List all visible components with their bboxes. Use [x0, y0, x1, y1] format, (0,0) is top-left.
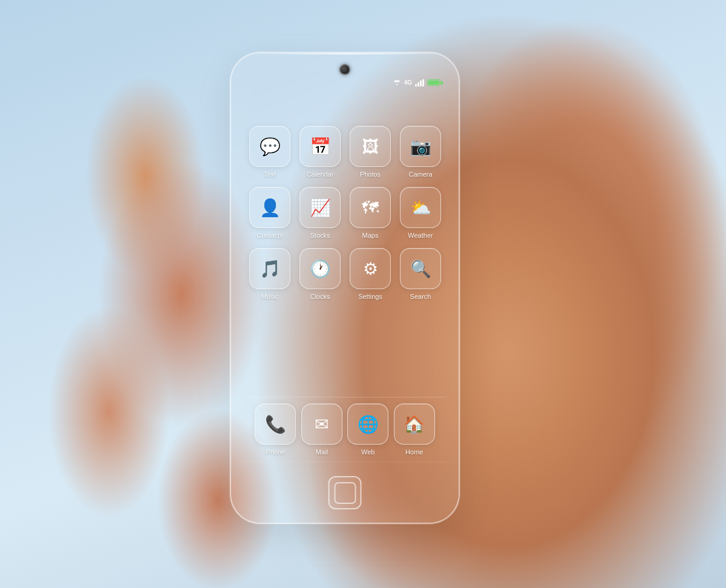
- app-label-camera: Camera: [408, 171, 432, 178]
- dock-icon-box-home: 🏠: [394, 403, 435, 445]
- app-icon-box-music: 🎵: [249, 248, 290, 289]
- signal-bars-icon: [415, 79, 424, 87]
- app-icon-box-photos: 🖼: [350, 126, 391, 167]
- app-icon-search[interactable]: 🔍 Search: [400, 248, 441, 300]
- dock-icon-web[interactable]: 🌐 Web: [347, 403, 388, 456]
- dock-label-mail: Mail: [316, 448, 328, 456]
- app-icon-maps[interactable]: 🗺 Maps: [350, 187, 391, 239]
- app-icon-box-calendar: 📅: [299, 126, 341, 167]
- dock-icon-mail[interactable]: ✉ Mail: [301, 403, 342, 456]
- app-label-contacts: Contacts: [257, 232, 283, 239]
- dock-label-phone: Phone: [266, 448, 285, 456]
- app-icon-box-clocks: 🕐: [299, 248, 341, 289]
- app-grid: 💬 Text 📅 Calendar 🖼 Photos 📷 Camera 👤 Co…: [249, 126, 440, 300]
- dock-icon-box-web: 🌐: [347, 403, 388, 445]
- app-icon-photos[interactable]: 🖼 Photos: [350, 126, 391, 178]
- dock: 📞 Phone ✉ Mail 🌐 Web 🏠 Home: [243, 397, 446, 462]
- app-icon-box-maps: 🗺: [350, 187, 391, 228]
- app-icon-box-search: 🔍: [400, 248, 441, 289]
- dock-icon-home[interactable]: 🏠 Home: [394, 403, 435, 456]
- app-icon-box-camera: 📷: [400, 126, 441, 167]
- app-label-search: Search: [410, 293, 431, 300]
- camera-dot: [339, 64, 350, 75]
- app-icon-box-settings: ⚙: [350, 248, 391, 289]
- app-icon-contacts[interactable]: 👤 Contacts: [249, 187, 290, 239]
- dock-label-web: Web: [361, 448, 374, 456]
- app-icon-stocks[interactable]: 📈 Stocks: [299, 187, 341, 239]
- home-button[interactable]: [329, 476, 362, 509]
- app-icon-box-text: 💬: [249, 126, 290, 167]
- app-icon-clocks[interactable]: 🕐 Clocks: [299, 248, 341, 300]
- app-icon-text[interactable]: 💬 Text: [249, 126, 290, 178]
- app-label-music: Music: [261, 293, 279, 300]
- home-button-inner: [334, 482, 356, 504]
- app-icon-calendar[interactable]: 📅 Calendar: [299, 126, 341, 178]
- app-icon-box-contacts: 👤: [249, 187, 290, 228]
- dock-icon-box-mail: ✉: [301, 403, 342, 445]
- app-label-weather: Weather: [408, 232, 433, 239]
- battery-icon: [427, 79, 440, 86]
- dock-label-home: Home: [405, 448, 423, 456]
- status-icons: 4G: [393, 79, 440, 87]
- app-label-settings: Settings: [358, 293, 382, 300]
- dock-icon-box-phone: 📞: [255, 403, 296, 445]
- phone-body: 4G 💬 Text 📅 Calendar 🖼 Photos: [230, 52, 460, 524]
- phone-container: 4G 💬 Text 📅 Calendar 🖼 Photos: [230, 52, 460, 524]
- app-label-calendar: Calendar: [307, 171, 334, 178]
- dock-icon-phone[interactable]: 📞 Phone: [255, 403, 296, 456]
- app-label-clocks: Clocks: [310, 293, 330, 300]
- wifi-icon: [393, 79, 401, 87]
- app-icon-music[interactable]: 🎵 Music: [249, 248, 290, 300]
- signal-4g-icon: 4G: [404, 79, 412, 86]
- app-label-maps: Maps: [362, 232, 379, 239]
- app-icon-settings[interactable]: ⚙ Settings: [350, 248, 391, 300]
- app-icon-weather[interactable]: ⛅ Weather: [400, 187, 441, 239]
- app-icon-camera[interactable]: 📷 Camera: [400, 126, 441, 178]
- app-label-text: Text: [264, 171, 276, 178]
- app-label-stocks: Stocks: [310, 232, 330, 239]
- app-icon-box-weather: ⛅: [400, 187, 441, 228]
- status-bar: 4G: [249, 79, 440, 87]
- phone-top-edge: [249, 53, 443, 54]
- app-icon-box-stocks: 📈: [299, 187, 341, 228]
- app-label-photos: Photos: [360, 171, 381, 178]
